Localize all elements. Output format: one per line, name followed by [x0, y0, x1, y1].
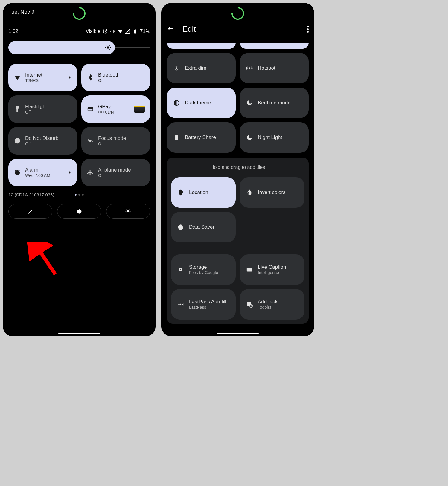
- location-icon: [177, 189, 184, 196]
- flashlight-icon: [14, 106, 21, 113]
- loading-spinner-icon: [70, 4, 88, 22]
- caption-icon: [246, 266, 253, 273]
- tile-flashlight[interactable]: Flashlight Off: [8, 95, 77, 123]
- tile-subtitle: Wed 7:00 AM: [25, 173, 63, 178]
- home-indicator[interactable]: [58, 333, 100, 334]
- active-tiles-grid: Extra dim Hotspot Dark theme Bedtime mod…: [167, 43, 309, 153]
- svg-rect-15: [176, 135, 177, 136]
- bedtime-icon: [246, 99, 253, 106]
- alarm-icon: [103, 29, 108, 34]
- dnd-icon: [14, 137, 21, 144]
- chevron-right-icon: [68, 75, 72, 80]
- settings-button[interactable]: [106, 204, 150, 219]
- dark-theme-icon: [173, 99, 180, 106]
- annotation-arrow: [27, 242, 63, 277]
- tile-subtitle: Off: [25, 141, 72, 146]
- tile-subtitle: Files by Google: [189, 270, 218, 275]
- tile-dark-theme[interactable]: Dark theme: [167, 88, 236, 118]
- tile-bluetooth[interactable]: Bluetooth On: [81, 64, 150, 91]
- edit-button[interactable]: [8, 204, 52, 219]
- tile-gpay[interactable]: GPay •••• 0144: [81, 95, 150, 123]
- lastpass-icon: [177, 301, 184, 308]
- svg-line-10: [37, 247, 55, 274]
- tile-title: Airplane mode: [98, 167, 145, 173]
- extra-dim-icon: [173, 65, 180, 72]
- svg-point-7: [89, 140, 91, 142]
- tile-title: Bedtime mode: [258, 100, 291, 106]
- tile-subtitle: TJNRS: [25, 78, 63, 83]
- signal-icon: [125, 29, 130, 34]
- tile-title: Bluetooth: [98, 72, 145, 78]
- quick-tiles-grid: Internet TJNRS Bluetooth On Flashlight O…: [8, 64, 150, 186]
- svg-rect-1: [112, 30, 114, 33]
- tile-subtitle: Off: [25, 110, 72, 114]
- bottom-buttons: [8, 204, 150, 219]
- tile-night-light[interactable]: Night Light: [240, 122, 309, 153]
- svg-point-21: [179, 304, 180, 305]
- wifi-icon: [14, 74, 21, 81]
- tile-airplane[interactable]: Airplane mode Off: [81, 159, 150, 186]
- tile-data-saver[interactable]: Data Saver: [171, 212, 236, 242]
- battery-percent: 71%: [140, 28, 150, 34]
- tile-bedtime[interactable]: Bedtime mode: [240, 88, 309, 118]
- tile-title: Hotspot: [258, 65, 275, 71]
- carrier-label: Visible: [86, 28, 100, 34]
- svg-point-23: [182, 304, 183, 305]
- tile-title: LastPass Autofill: [189, 299, 226, 305]
- drag-hint: Hold and drag to add tiles: [171, 165, 304, 170]
- tile-truncated[interactable]: [167, 43, 236, 49]
- edit-header: Edit: [167, 25, 309, 34]
- tile-invert-colors[interactable]: Invert colors: [240, 177, 304, 208]
- overflow-menu-button[interactable]: [307, 26, 309, 33]
- svg-point-12: [249, 68, 250, 69]
- build-row: 12 (SD1A.210817.036): [8, 192, 150, 197]
- chevron-right-icon: [68, 170, 72, 175]
- brightness-slider[interactable]: [8, 41, 150, 54]
- status-bar: 1:02 Visible 71%: [8, 28, 150, 34]
- available-tiles-section: Hold and drag to add tiles Location Inve…: [167, 158, 309, 324]
- home-indicator[interactable]: [217, 333, 259, 334]
- battery-share-icon: [173, 134, 180, 141]
- tile-storage[interactable]: Storage Files by Google: [171, 254, 236, 285]
- tile-truncated[interactable]: [240, 43, 309, 49]
- gear-icon: [125, 208, 131, 214]
- invert-icon: [246, 189, 253, 196]
- svg-point-19: [180, 269, 181, 270]
- tile-add-task[interactable]: Add task Todoist: [240, 289, 304, 320]
- page-indicator: [75, 194, 84, 196]
- tile-focus[interactable]: Focus mode Off: [81, 127, 150, 155]
- svg-point-4: [107, 46, 109, 48]
- tile-live-caption[interactable]: Live Caption Intelligence: [240, 254, 304, 285]
- tile-title: Add task: [258, 299, 278, 305]
- tile-title: Dark theme: [185, 100, 211, 106]
- loading-spinner-icon: [229, 4, 246, 22]
- tile-alarm[interactable]: Alarm Wed 7:00 AM: [8, 159, 77, 186]
- svg-rect-2: [134, 30, 136, 34]
- tile-dnd[interactable]: Do Not Disturb Off: [8, 127, 77, 155]
- tile-battery-share[interactable]: Battery Share: [167, 122, 236, 153]
- card-icon: [87, 106, 94, 113]
- tile-hotspot[interactable]: Hotspot: [240, 53, 309, 83]
- brightness-icon: [105, 44, 111, 51]
- page-title: Edit: [182, 25, 196, 34]
- tile-subtitle: Off: [98, 141, 145, 146]
- tile-title: Flashlight: [25, 104, 72, 110]
- bluetooth-icon: [87, 74, 94, 81]
- hotspot-icon: [246, 65, 253, 72]
- tile-extra-dim[interactable]: Extra dim: [167, 53, 236, 83]
- tile-subtitle: Todoist: [258, 305, 278, 310]
- tile-location[interactable]: Location: [171, 177, 236, 208]
- svg-rect-20: [247, 268, 252, 271]
- tile-title: Do Not Disturb: [25, 135, 72, 141]
- alarm-icon: [14, 169, 21, 176]
- power-button[interactable]: [57, 204, 101, 219]
- back-button[interactable]: [167, 25, 174, 33]
- tile-internet[interactable]: Internet TJNRS: [8, 64, 77, 91]
- tile-title: Live Caption: [258, 264, 286, 270]
- tile-title: Invert colors: [258, 189, 286, 195]
- pencil-icon: [28, 208, 33, 214]
- phone-edit-tiles: Edit Extra dim Hotspot Dark theme Bedtim…: [161, 3, 314, 336]
- data-saver-icon: [177, 224, 184, 231]
- tile-lastpass[interactable]: LastPass Autofill LastPass: [171, 289, 236, 320]
- tile-title: Extra dim: [185, 65, 206, 71]
